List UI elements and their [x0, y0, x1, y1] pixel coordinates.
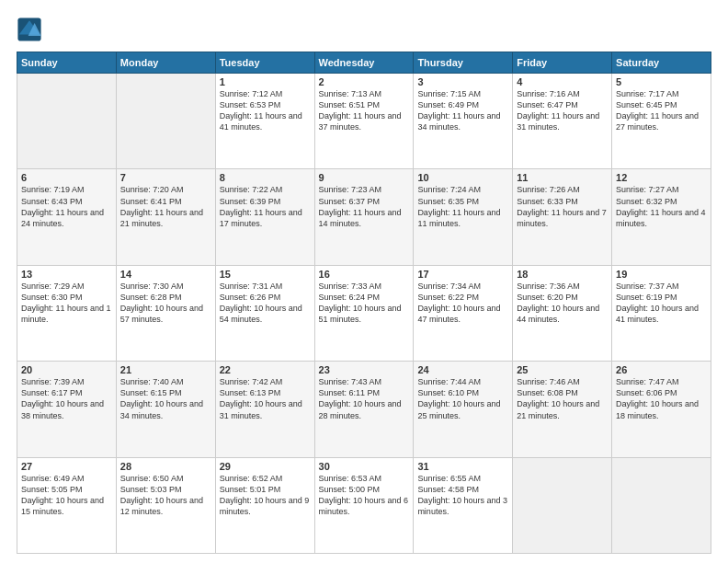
day-number: 19	[616, 269, 707, 280]
logo-icon	[17, 17, 42, 42]
day-info: Sunrise: 7:12 AMSunset: 6:53 PMDaylight:…	[220, 88, 311, 133]
weekday-header-saturday: Saturday	[612, 52, 711, 74]
calendar-cell: 1Sunrise: 7:12 AMSunset: 6:53 PMDaylight…	[215, 74, 314, 169]
calendar-cell: 26Sunrise: 7:47 AMSunset: 6:06 PMDayligh…	[612, 362, 711, 457]
day-info: Sunrise: 6:53 AMSunset: 5:00 PMDaylight:…	[319, 473, 410, 518]
calendar-cell: 16Sunrise: 7:33 AMSunset: 6:24 PMDayligh…	[314, 265, 414, 361]
day-info: Sunrise: 7:16 AMSunset: 6:47 PMDaylight:…	[517, 88, 608, 133]
logo	[17, 17, 46, 42]
day-info: Sunrise: 6:52 AMSunset: 5:01 PMDaylight:…	[220, 473, 311, 518]
day-info: Sunrise: 7:39 AMSunset: 6:17 PMDaylight:…	[21, 376, 112, 421]
week-row-5: 27Sunrise: 6:49 AMSunset: 5:05 PMDayligh…	[17, 457, 711, 553]
day-info: Sunrise: 7:33 AMSunset: 6:24 PMDaylight:…	[319, 281, 410, 326]
day-info: Sunrise: 7:47 AMSunset: 6:06 PMDaylight:…	[616, 376, 707, 421]
page: SundayMondayTuesdayWednesdayThursdayFrid…	[0, 0, 728, 563]
calendar-cell: 2Sunrise: 7:13 AMSunset: 6:51 PMDaylight…	[314, 74, 414, 169]
weekday-header-row: SundayMondayTuesdayWednesdayThursdayFrid…	[17, 52, 711, 74]
calendar-cell: 27Sunrise: 6:49 AMSunset: 5:05 PMDayligh…	[17, 457, 117, 553]
calendar-cell: 23Sunrise: 7:43 AMSunset: 6:11 PMDayligh…	[314, 362, 414, 457]
day-number: 21	[120, 364, 211, 375]
day-info: Sunrise: 7:36 AMSunset: 6:20 PMDaylight:…	[517, 281, 608, 326]
day-number: 28	[120, 461, 211, 472]
calendar-cell	[17, 74, 117, 169]
calendar-cell: 14Sunrise: 7:30 AMSunset: 6:28 PMDayligh…	[116, 265, 215, 361]
day-number: 1	[220, 76, 311, 87]
calendar-cell: 3Sunrise: 7:15 AMSunset: 6:49 PMDaylight…	[414, 74, 513, 169]
calendar-cell: 25Sunrise: 7:46 AMSunset: 6:08 PMDayligh…	[513, 362, 612, 457]
calendar-cell: 10Sunrise: 7:24 AMSunset: 6:35 PMDayligh…	[414, 169, 513, 265]
day-number: 27	[21, 461, 112, 472]
day-number: 9	[319, 172, 410, 183]
calendar-cell: 4Sunrise: 7:16 AMSunset: 6:47 PMDaylight…	[513, 74, 612, 169]
day-number: 10	[417, 172, 508, 183]
day-number: 18	[517, 269, 608, 280]
day-info: Sunrise: 7:20 AMSunset: 6:41 PMDaylight:…	[120, 184, 211, 229]
weekday-header-monday: Monday	[116, 52, 215, 74]
calendar-cell: 21Sunrise: 7:40 AMSunset: 6:15 PMDayligh…	[116, 362, 215, 457]
header	[17, 17, 711, 42]
calendar-cell: 6Sunrise: 7:19 AMSunset: 6:43 PMDaylight…	[17, 169, 117, 265]
day-number: 23	[319, 364, 410, 375]
day-info: Sunrise: 7:30 AMSunset: 6:28 PMDaylight:…	[120, 281, 211, 326]
day-info: Sunrise: 7:23 AMSunset: 6:37 PMDaylight:…	[319, 184, 410, 229]
day-info: Sunrise: 6:55 AMSunset: 4:58 PMDaylight:…	[417, 473, 508, 518]
weekday-header-sunday: Sunday	[17, 52, 117, 74]
weekday-header-friday: Friday	[513, 52, 612, 74]
week-row-2: 6Sunrise: 7:19 AMSunset: 6:43 PMDaylight…	[17, 169, 711, 265]
day-number: 17	[417, 269, 508, 280]
day-info: Sunrise: 6:49 AMSunset: 5:05 PMDaylight:…	[21, 473, 112, 518]
weekday-header-thursday: Thursday	[414, 52, 513, 74]
week-row-4: 20Sunrise: 7:39 AMSunset: 6:17 PMDayligh…	[17, 362, 711, 457]
day-info: Sunrise: 7:24 AMSunset: 6:35 PMDaylight:…	[417, 184, 508, 229]
day-number: 3	[417, 76, 508, 87]
day-number: 24	[417, 364, 508, 375]
calendar-cell: 22Sunrise: 7:42 AMSunset: 6:13 PMDayligh…	[215, 362, 314, 457]
calendar-cell: 31Sunrise: 6:55 AMSunset: 4:58 PMDayligh…	[414, 457, 513, 553]
day-info: Sunrise: 7:13 AMSunset: 6:51 PMDaylight:…	[319, 88, 410, 133]
weekday-header-wednesday: Wednesday	[314, 52, 414, 74]
day-number: 15	[220, 269, 311, 280]
calendar-cell	[513, 457, 612, 553]
calendar-cell: 18Sunrise: 7:36 AMSunset: 6:20 PMDayligh…	[513, 265, 612, 361]
calendar-cell: 30Sunrise: 6:53 AMSunset: 5:00 PMDayligh…	[314, 457, 414, 553]
day-number: 5	[616, 76, 707, 87]
calendar-cell: 7Sunrise: 7:20 AMSunset: 6:41 PMDaylight…	[116, 169, 215, 265]
day-number: 12	[616, 172, 707, 183]
calendar-cell: 24Sunrise: 7:44 AMSunset: 6:10 PMDayligh…	[414, 362, 513, 457]
day-info: Sunrise: 7:34 AMSunset: 6:22 PMDaylight:…	[417, 281, 508, 326]
day-info: Sunrise: 7:17 AMSunset: 6:45 PMDaylight:…	[616, 88, 707, 133]
day-info: Sunrise: 7:42 AMSunset: 6:13 PMDaylight:…	[220, 376, 311, 421]
calendar-cell: 5Sunrise: 7:17 AMSunset: 6:45 PMDaylight…	[612, 74, 711, 169]
day-info: Sunrise: 6:50 AMSunset: 5:03 PMDaylight:…	[120, 473, 211, 518]
day-info: Sunrise: 7:27 AMSunset: 6:32 PMDaylight:…	[616, 184, 707, 229]
calendar-cell: 28Sunrise: 6:50 AMSunset: 5:03 PMDayligh…	[116, 457, 215, 553]
calendar-cell: 29Sunrise: 6:52 AMSunset: 5:01 PMDayligh…	[215, 457, 314, 553]
day-info: Sunrise: 7:46 AMSunset: 6:08 PMDaylight:…	[517, 376, 608, 421]
day-number: 16	[319, 269, 410, 280]
day-info: Sunrise: 7:43 AMSunset: 6:11 PMDaylight:…	[319, 376, 410, 421]
day-number: 4	[517, 76, 608, 87]
day-number: 22	[220, 364, 311, 375]
week-row-3: 13Sunrise: 7:29 AMSunset: 6:30 PMDayligh…	[17, 265, 711, 361]
day-info: Sunrise: 7:29 AMSunset: 6:30 PMDaylight:…	[21, 281, 112, 326]
calendar-cell: 11Sunrise: 7:26 AMSunset: 6:33 PMDayligh…	[513, 169, 612, 265]
day-number: 25	[517, 364, 608, 375]
day-number: 30	[319, 461, 410, 472]
day-number: 7	[120, 172, 211, 183]
calendar-cell: 13Sunrise: 7:29 AMSunset: 6:30 PMDayligh…	[17, 265, 117, 361]
calendar-cell: 20Sunrise: 7:39 AMSunset: 6:17 PMDayligh…	[17, 362, 117, 457]
day-info: Sunrise: 7:26 AMSunset: 6:33 PMDaylight:…	[517, 184, 608, 229]
calendar-cell: 8Sunrise: 7:22 AMSunset: 6:39 PMDaylight…	[215, 169, 314, 265]
day-number: 31	[417, 461, 508, 472]
day-info: Sunrise: 7:31 AMSunset: 6:26 PMDaylight:…	[220, 281, 311, 326]
week-row-1: 1Sunrise: 7:12 AMSunset: 6:53 PMDaylight…	[17, 74, 711, 169]
day-number: 13	[21, 269, 112, 280]
calendar-cell	[116, 74, 215, 169]
day-info: Sunrise: 7:37 AMSunset: 6:19 PMDaylight:…	[616, 281, 707, 326]
calendar-cell: 9Sunrise: 7:23 AMSunset: 6:37 PMDaylight…	[314, 169, 414, 265]
calendar-cell: 12Sunrise: 7:27 AMSunset: 6:32 PMDayligh…	[612, 169, 711, 265]
day-info: Sunrise: 7:19 AMSunset: 6:43 PMDaylight:…	[21, 184, 112, 229]
day-number: 29	[220, 461, 311, 472]
day-info: Sunrise: 7:40 AMSunset: 6:15 PMDaylight:…	[120, 376, 211, 421]
calendar-cell: 15Sunrise: 7:31 AMSunset: 6:26 PMDayligh…	[215, 265, 314, 361]
